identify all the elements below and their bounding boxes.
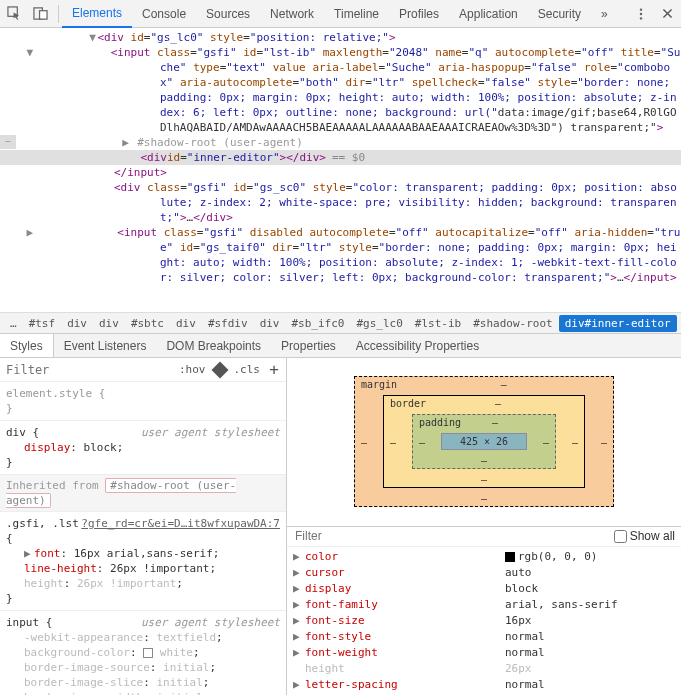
close-icon[interactable] — [656, 3, 678, 25]
dom-node[interactable]: ▶ <input class="gsfi" disabled autocompl… — [0, 225, 681, 285]
computed-row[interactable]: ▶font-weightnormal — [287, 645, 681, 661]
color-swatch[interactable] — [143, 648, 153, 658]
val[interactable]: 26px !important — [77, 577, 176, 590]
source-link[interactable]: ?gfe_rd=cr&ei=D…it8wfxupawDA:7 — [81, 516, 280, 531]
rule-gsfi[interactable]: ?gfe_rd=cr&ei=D…it8wfxupawDA:7 .gsfi, .l… — [0, 512, 286, 611]
box-model[interactable]: margin – – – – border – – – – padding – … — [287, 358, 681, 527]
tab-console[interactable]: Console — [132, 0, 196, 27]
tab-sources[interactable]: Sources — [196, 0, 260, 27]
tab-more[interactable]: » — [591, 0, 618, 27]
val[interactable]: initial — [163, 661, 209, 674]
stab-styles[interactable]: Styles — [0, 334, 54, 357]
computed-row[interactable]: ▶cursorauto — [287, 565, 681, 581]
tab-security[interactable]: Security — [528, 0, 591, 27]
computed-row[interactable]: ▶font-familyarial, sans-serif — [287, 597, 681, 613]
tab-elements[interactable]: Elements — [62, 1, 132, 28]
crumb[interactable]: #lst-ib — [409, 315, 467, 332]
val[interactable]: initial — [156, 676, 202, 689]
styles-filter-bar: :hov .cls + — [0, 358, 286, 382]
bm-val: – — [572, 436, 578, 447]
bm-content[interactable]: 425 × 26 — [441, 433, 527, 450]
bm-val: – — [601, 436, 607, 447]
prop[interactable]: line-height — [24, 562, 97, 575]
computed-row[interactable]: ▶font-size16px — [287, 613, 681, 629]
svg-rect-2 — [39, 11, 47, 19]
tab-timeline[interactable]: Timeline — [324, 0, 389, 27]
crumb[interactable]: #gs_lc0 — [350, 315, 408, 332]
new-rule-button[interactable]: + — [266, 362, 282, 377]
crumb[interactable]: … — [4, 315, 23, 332]
dom-node[interactable]: </input> — [0, 165, 681, 180]
bm-padding[interactable]: padding – – – – 425 × 26 — [412, 414, 556, 469]
prop[interactable]: border-image-slice — [24, 676, 143, 689]
inspect-icon[interactable] — [3, 3, 25, 25]
bm-margin[interactable]: margin – – – – border – – – – padding – … — [354, 376, 614, 507]
stab-accessibility[interactable]: Accessibility Properties — [346, 334, 489, 357]
expand-icon[interactable]: ▶ — [24, 546, 34, 561]
svg-point-5 — [640, 17, 642, 19]
dom-node[interactable]: ▶ #shadow-root (user-agent) — [0, 135, 681, 150]
selector: .gsfi, .lst { — [6, 517, 79, 545]
val[interactable]: white — [160, 646, 193, 659]
crumb[interactable]: #tsf — [23, 315, 62, 332]
elements-tree[interactable]: ⋯ ▼<div id="gs_lc0" style="position: rel… — [0, 28, 681, 312]
dom-node[interactable]: ▼<div id="gs_lc0" style="position: relat… — [0, 30, 681, 45]
computed-list: ▶colorrgb(0, 0, 0)▶cursorauto▶displayblo… — [287, 547, 681, 695]
tab-profiles[interactable]: Profiles — [389, 0, 449, 27]
bm-margin-label: margin — [361, 379, 397, 390]
device-toggle-icon[interactable] — [29, 3, 51, 25]
rule-input[interactable]: user agent stylesheet input { -webkit-ap… — [0, 611, 286, 695]
diamond-icon[interactable] — [211, 361, 228, 378]
show-all-checkbox[interactable] — [614, 530, 627, 543]
prop[interactable]: background-color — [24, 646, 130, 659]
val[interactable]: textfield — [156, 631, 216, 644]
prop[interactable]: border-image-source — [24, 661, 150, 674]
svg-point-3 — [640, 8, 642, 10]
computed-row[interactable]: ▶displayblock — [287, 581, 681, 597]
hov-button[interactable]: :hov — [179, 362, 206, 377]
val[interactable]: block — [84, 441, 117, 454]
selected-node[interactable]: <div id="inner-editor"></div> == $0 — [0, 150, 681, 165]
crumb[interactable]: div#inner-editor — [559, 315, 677, 332]
dom-node[interactable]: <div class="gsfi" id="gs_sc0" style="col… — [0, 180, 681, 225]
prop[interactable]: font — [34, 547, 61, 560]
computed-row[interactable]: height26px — [287, 661, 681, 677]
tab-network[interactable]: Network — [260, 0, 324, 27]
bm-border-label: border — [390, 398, 426, 409]
val[interactable]: 26px !important — [110, 562, 209, 575]
bm-val: – — [543, 436, 549, 447]
computed-row[interactable]: ▶font-stylenormal — [287, 629, 681, 645]
crumb[interactable]: div — [61, 315, 93, 332]
computed-row[interactable]: ▶letter-spacingnormal — [287, 677, 681, 693]
prop[interactable]: border-image-width — [24, 691, 143, 695]
rule-element-style[interactable]: element.style { } — [0, 382, 286, 421]
separator — [58, 5, 59, 23]
styles-filter-input[interactable] — [4, 362, 64, 378]
stab-event-listeners[interactable]: Event Listeners — [54, 334, 157, 357]
toolbar-left — [3, 3, 62, 25]
rule-div[interactable]: user agent stylesheet div { display: blo… — [0, 421, 286, 475]
bm-border[interactable]: border – – – – padding – – – – 425 × 26 — [383, 395, 585, 488]
kebab-icon[interactable] — [630, 3, 652, 25]
selector: element.style { — [6, 387, 105, 400]
dom-node[interactable]: ▼<input class="gsfi" id="lst-ib" maxleng… — [0, 45, 681, 135]
crumb[interactable]: div — [254, 315, 286, 332]
tab-application[interactable]: Application — [449, 0, 528, 27]
val[interactable]: initial — [156, 691, 202, 695]
bm-val: – — [495, 398, 501, 409]
crumb[interactable]: #sb_ifc0 — [286, 315, 351, 332]
prop[interactable]: display — [24, 441, 70, 454]
crumb[interactable]: #shadow-root — [467, 315, 558, 332]
computed-filter-input[interactable] — [293, 528, 610, 544]
computed-row[interactable]: ▶colorrgb(0, 0, 0) — [287, 549, 681, 565]
prop[interactable]: height — [24, 577, 64, 590]
prop[interactable]: -webkit-appearance — [24, 631, 143, 644]
crumb[interactable]: #sbtc — [125, 315, 170, 332]
crumb[interactable]: #sfdiv — [202, 315, 254, 332]
val[interactable]: 16px arial,sans-serif — [74, 547, 213, 560]
stab-dom-breakpoints[interactable]: DOM Breakpoints — [156, 334, 271, 357]
stab-properties[interactable]: Properties — [271, 334, 346, 357]
cls-button[interactable]: .cls — [234, 362, 261, 377]
crumb[interactable]: div — [170, 315, 202, 332]
crumb[interactable]: div — [93, 315, 125, 332]
